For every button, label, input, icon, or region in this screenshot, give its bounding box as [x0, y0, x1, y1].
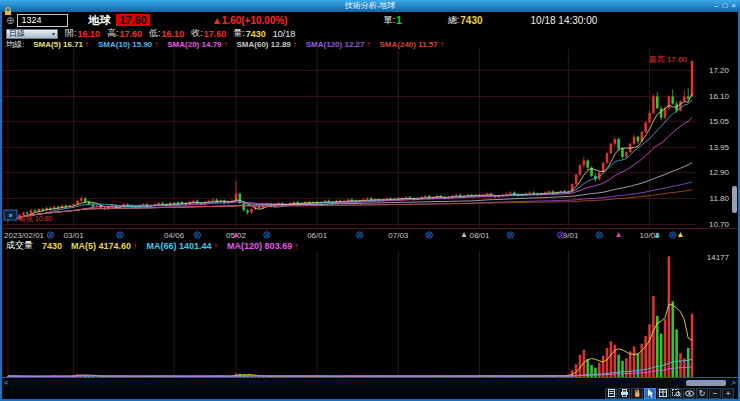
svg-text:13.95: 13.95 — [709, 143, 730, 152]
crosshair-eye-icon[interactable] — [683, 388, 695, 399]
ohlc-toolbar: 日線 ▾ 開:16.10 高:17.60 低:16.10 收:17.60 量:7… — [2, 28, 738, 39]
svg-text:07/03: 07/03 — [388, 231, 409, 240]
horizontal-scrollbar-thumb[interactable] — [686, 380, 726, 386]
svg-text:月: 月 — [118, 233, 123, 238]
pan-hand-icon[interactable] — [631, 388, 643, 399]
refresh-icon[interactable]: ↻ — [696, 388, 708, 399]
volume-current-value: 7430 — [42, 241, 62, 251]
svg-text:月: 月 — [427, 233, 432, 238]
ma-legend-item-sma20: SMA(20) 14.79↑ — [167, 40, 227, 49]
vol-ma-item-ma5: MA(5) 4174.60↑ — [71, 241, 138, 251]
svg-text:04/06: 04/06 — [164, 231, 185, 240]
period-select[interactable]: 日線 ▾ — [6, 29, 58, 39]
svg-text:12.90: 12.90 — [709, 168, 730, 177]
volume-legend-row: 成交量 7430 MA(5) 4174.60↑ MA(66) 1401.44↑ … — [2, 240, 738, 251]
total-label: 總: — [448, 14, 460, 27]
ma-legend-item-sma10: SMA(10) 15.90↑ — [98, 40, 158, 49]
svg-text:月: 月 — [48, 233, 53, 238]
print-icon[interactable] — [618, 388, 630, 399]
title-bar: 技術分析-地球 – □ × — [0, 0, 740, 12]
svg-text:03/01: 03/01 — [64, 231, 85, 240]
svg-text:最低 10.80: 最低 10.80 — [19, 215, 53, 222]
svg-text:最高 17.60: 最高 17.60 — [649, 55, 688, 64]
ma-legend-item-sma5: SMA(5) 16.71↑ — [33, 40, 89, 49]
svg-text:»: » — [9, 212, 13, 219]
up-arrow-icon: ↑ — [214, 241, 219, 251]
quote-header: ⊕ 地球 17.60 ▲1.60(+10.00%) 單:1 總:7430 10/… — [2, 12, 738, 28]
svg-text:16.10: 16.10 — [709, 92, 730, 101]
stock-code-input[interactable] — [17, 14, 68, 27]
svg-text:11.80: 11.80 — [710, 194, 730, 203]
up-arrow-icon: ↑ — [293, 40, 297, 49]
cursor-select-icon[interactable] — [644, 388, 656, 399]
ma-legend-item-sma240: SMA(240) 11.57↑ — [379, 40, 443, 49]
ma-legend-prefix: 均線: — [6, 39, 24, 50]
zoom-in-icon[interactable]: + — [722, 388, 734, 399]
zoom-out-icon[interactable]: − — [709, 388, 721, 399]
svg-text:月: 月 — [195, 233, 200, 238]
price-change: ▲1.60(+10.00%) — [212, 15, 288, 26]
svg-text:15.05: 15.05 — [709, 117, 730, 126]
vertical-scrollbar-thumb[interactable] — [732, 186, 737, 213]
vol-ma-item-ma66: MA(66) 1401.44↑ — [147, 241, 219, 251]
bar-date: 10/18 — [273, 29, 296, 39]
window-title: 技術分析-地球 — [0, 0, 740, 12]
document-icon[interactable] — [605, 388, 617, 399]
up-arrow-icon: ↑ — [366, 40, 370, 49]
low-value: 16.10 — [162, 29, 185, 39]
svg-text:月: 月 — [670, 233, 675, 238]
chart-tool-strip: ↻ − + — [2, 387, 738, 399]
high-value: 17.60 — [120, 29, 143, 39]
up-arrow-icon: ↑ — [294, 241, 299, 251]
close-button[interactable]: × — [731, 1, 736, 11]
up-arrow-icon: ↑ — [133, 241, 138, 251]
svg-text:06/01: 06/01 — [307, 231, 328, 240]
data-table-icon[interactable] — [657, 388, 669, 399]
svg-text:月: 月 — [357, 233, 362, 238]
up-arrow-icon: ↑ — [85, 40, 89, 49]
scroll-right-arrow[interactable]: > — [731, 379, 736, 387]
up-arrow-icon: ↑ — [224, 40, 228, 49]
close-value: 17.60 — [204, 29, 227, 39]
maximize-button[interactable]: □ — [722, 1, 727, 11]
svg-text:月: 月 — [597, 233, 602, 238]
stock-name: 地球 — [88, 13, 110, 28]
minimize-button[interactable]: – — [714, 1, 718, 11]
zoom-area-icon[interactable] — [670, 388, 682, 399]
up-arrow-icon: ↑ — [154, 40, 158, 49]
total-value: 7430 — [460, 15, 482, 26]
quote-datetime: 10/18 14:30:00 — [531, 15, 598, 26]
svg-text:月: 月 — [265, 233, 270, 238]
ma-legend-item-sma120: SMA(120) 12.27↑ — [306, 40, 371, 49]
ma-legend-item-sma60: SMA(60) 12.89↑ — [237, 40, 297, 49]
svg-text:08/01: 08/01 — [469, 231, 490, 240]
horizontal-scrollbar[interactable]: < > — [2, 379, 738, 387]
volume-value: 7430 — [246, 29, 266, 39]
svg-text:14177: 14177 — [707, 253, 730, 262]
ma-legend-row: 均線: SMA(5) 16.71↑ SMA(10) 15.90↑ SMA(20)… — [2, 39, 738, 49]
up-arrow-icon: ↑ — [440, 40, 444, 49]
svg-text:17.20: 17.20 — [709, 66, 730, 75]
unit-label: 單: — [384, 14, 396, 27]
svg-text:月: 月 — [558, 233, 563, 238]
scroll-left-arrow[interactable]: < — [4, 379, 9, 387]
chevron-down-icon: ▾ — [52, 30, 55, 37]
vol-ma-item-ma120: MA(120) 803.69↑ — [227, 241, 299, 251]
unit-value: 1 — [396, 15, 402, 26]
period-value: 日線 — [9, 28, 25, 39]
volume-pane-title: 成交量 — [6, 239, 33, 252]
last-price-badge: 17.60 — [116, 14, 150, 26]
open-value: 16.10 — [78, 29, 101, 39]
app-window: 技術分析-地球 – □ × ⊕ 地球 17.60 ▲1.60(+10.00%) … — [0, 0, 740, 401]
svg-text:月: 月 — [508, 233, 513, 238]
chart-canvas[interactable]: 2023/02/0103/0104/0605/0206/0107/0308/01… — [2, 49, 738, 379]
